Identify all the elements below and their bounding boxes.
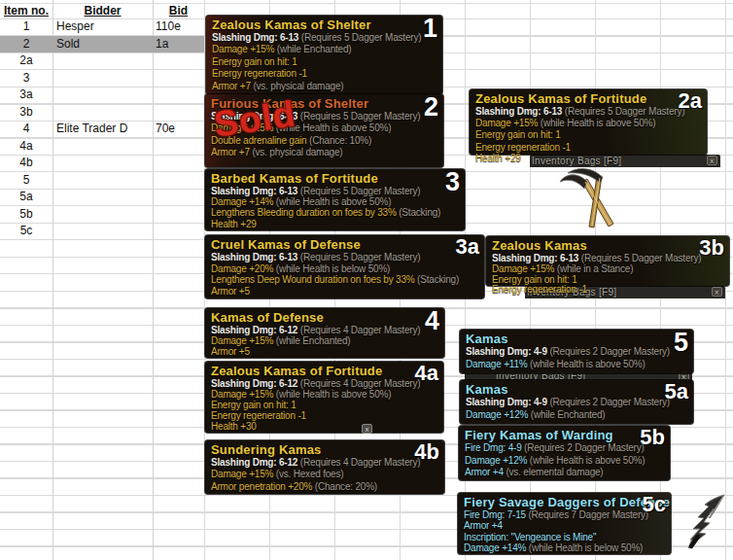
cell-bidder[interactable] — [52, 52, 153, 70]
close-icon[interactable]: x — [707, 156, 717, 165]
cell-bid[interactable] — [153, 189, 204, 206]
stat-segment-gold: Armor +7 — [212, 81, 251, 91]
annotation-number: 5b — [640, 425, 665, 450]
cell-bidder[interactable]: Sold — [52, 36, 153, 53]
stat-segment-gold: Damage +15% — [475, 118, 538, 128]
cell-bid[interactable] — [153, 223, 204, 240]
crossed-kamas-icon — [558, 165, 632, 233]
item-stat-line: Slashing Dmg: 6-12 (Requires 4 Dagger Ma… — [211, 325, 444, 335]
stat-segment-white: Slashing Dmg: 6-13 — [211, 252, 297, 262]
close-icon[interactable]: x — [362, 424, 372, 434]
item-stats: Slashing Dmg: 4-9 (Requires 2 Dagger Mas… — [466, 397, 693, 421]
cell-item-no[interactable]: 5 — [0, 172, 52, 190]
item-title: Zealous Kamas of Shelter — [212, 18, 442, 32]
annotation-number: 4 — [425, 307, 439, 334]
cell-item-no[interactable]: 4a — [0, 138, 52, 156]
stat-segment-gray: (Requires 2 Dagger Mastery) — [522, 442, 645, 453]
item-stat-line: Damage +15% (vs. Hexed foes) — [211, 469, 444, 480]
cell-bid[interactable]: 110e — [153, 18, 204, 36]
stat-segment-gray: (Chance: 10%) — [306, 135, 371, 146]
item-stat-line: Slashing Dmg: 4-9 (Requires 2 Dagger Mas… — [466, 346, 693, 359]
item-stat-line: Health +30 — [211, 421, 443, 432]
cell-bid[interactable] — [153, 138, 204, 156]
stat-segment-gold: Energy regeneration -1 — [211, 410, 306, 421]
stat-segment-gray: (Requires 7 Dagger Mastery) — [526, 509, 648, 520]
cell-bid[interactable] — [153, 172, 204, 190]
stat-segment-gold: Health +29 — [475, 153, 521, 163]
item-tooltip-2a: Zealous Kamas of FortitudeHealth +29Slas… — [470, 89, 707, 155]
item-title: Kamas — [466, 332, 693, 346]
item-title: Zealous Kamas of Fortitude — [211, 364, 443, 378]
cell-bid[interactable]: 70e — [153, 121, 204, 138]
stat-segment-gray: (Requires 5 Dagger Mastery) — [562, 106, 684, 117]
item-stat-line: Energy gain on hit: 1 — [475, 129, 707, 141]
cell-item-no[interactable]: 5b — [0, 206, 52, 224]
cell-item-no[interactable]: 1 — [0, 18, 52, 36]
cell-item-no[interactable]: 3b — [0, 104, 52, 122]
cell-bidder[interactable] — [52, 138, 153, 156]
cell-item-no[interactable]: 3 — [0, 70, 52, 88]
close-icon[interactable]: x — [712, 287, 722, 297]
stat-segment-gray: (while Health is above 50%) — [273, 196, 391, 207]
item-title: Kamas — [466, 382, 693, 397]
stat-segment-gray: (Requires 4 Dagger Mastery) — [297, 325, 420, 335]
stat-segment-gray: (Requires 2 Dagger Mastery) — [547, 346, 670, 357]
item-stat-line: Slashing Dmg: 6-13 (Requires 5 Dagger Ma… — [211, 186, 465, 196]
item-stat-line: Armor penetration +20% (Chance: 20%) — [211, 481, 444, 493]
cell-bidder[interactable] — [52, 189, 153, 206]
annotation-number: 4a — [415, 361, 438, 386]
cell-bid[interactable] — [153, 52, 204, 70]
item-stat-line: Fire Dmg: 7-15 (Requires 7 Dagger Master… — [464, 509, 671, 520]
cell-bidder[interactable] — [52, 206, 153, 224]
stat-segment-cyan: Fire Dmg: 7-15 — [464, 509, 526, 520]
stat-segment-gray: (while Health is above 50%) — [538, 118, 655, 128]
cell-item-no[interactable]: 3a — [0, 87, 52, 104]
cell-bidder[interactable] — [52, 87, 153, 104]
annotation-number: 3 — [445, 168, 460, 195]
cell-bid[interactable] — [153, 155, 204, 172]
header-bid: Bid — [153, 3, 204, 18]
cell-bidder[interactable] — [52, 155, 153, 172]
cell-bid[interactable]: 1a — [153, 36, 204, 53]
item-stat-line: Armor +4 — [464, 520, 671, 531]
cell-bid[interactable] — [153, 104, 204, 122]
cell-bidder[interactable]: Hesper — [52, 18, 153, 36]
stat-segment-cyan: Damage +14% — [464, 542, 526, 553]
cell-bidder[interactable] — [52, 104, 153, 122]
stat-segment-gray: (Requires 5 Dagger Mastery) — [578, 253, 701, 263]
cell-bidder[interactable] — [52, 172, 153, 190]
cell-bid[interactable] — [153, 87, 204, 104]
stat-segment-gold: Health +30 — [211, 421, 257, 432]
stat-segment-gray: (Requires 5 Dagger Mastery) — [298, 32, 421, 43]
stat-segment-gray: (while Health is below 50%) — [273, 263, 390, 274]
item-stat-line: Slashing Dmg: 6-13 (Requires 5 Dagger Ma… — [212, 32, 442, 44]
stat-segment-cyan: Fire Dmg: 4-9 — [465, 442, 522, 453]
stat-segment-gray: (Requires 2 Dagger Mastery) — [547, 397, 670, 407]
cell-bidder[interactable] — [52, 70, 153, 88]
stat-segment-gray: (vs. elemental damage) — [504, 467, 604, 477]
item-stat-line: Damage +14% (while Health is below 50%) — [464, 542, 671, 553]
item-stats: Slashing Dmg: 6-13 (Requires 5 Dagger Ma… — [492, 253, 729, 285]
cell-item-no[interactable]: 2a — [0, 52, 52, 70]
cell-item-no[interactable]: 4b — [0, 155, 52, 172]
stat-segment-gray: (Requires 5 Dagger Mastery) — [297, 252, 420, 262]
stat-segment-white: Slashing Dmg: 6-13 — [211, 186, 297, 196]
cell-item-no[interactable]: 4 — [0, 121, 52, 138]
annotation-number: 3a — [456, 234, 479, 260]
cell-item-no[interactable]: 5c — [0, 223, 52, 240]
cell-item-no[interactable]: 2 — [0, 36, 52, 53]
cell-item-no[interactable]: 5a — [0, 189, 52, 206]
item-stat-line: Energy regeneration -1 — [475, 142, 707, 154]
cell-bidder[interactable] — [52, 223, 153, 240]
item-stat-line: Damage +15% (while Health is above 50%) — [475, 118, 707, 129]
stat-segment-gray: (Stacking) — [415, 274, 460, 285]
stat-segment-cyan: Damage +12% — [465, 455, 527, 466]
item-stat-line: Energy gain on hit: 1 — [211, 400, 443, 410]
cell-bid[interactable] — [153, 70, 204, 88]
stat-segment-gold: Armor +7 — [211, 147, 250, 158]
stat-segment-gray: (while Enchanted) — [273, 335, 350, 346]
item-stat-line: Inscription: "Vengeance is Mine" — [464, 532, 671, 542]
cell-bid[interactable] — [153, 206, 204, 224]
cell-bidder[interactable]: Elite Trader D — [52, 121, 153, 138]
stat-segment-white: Slashing Dmg: 6-12 — [211, 457, 297, 468]
